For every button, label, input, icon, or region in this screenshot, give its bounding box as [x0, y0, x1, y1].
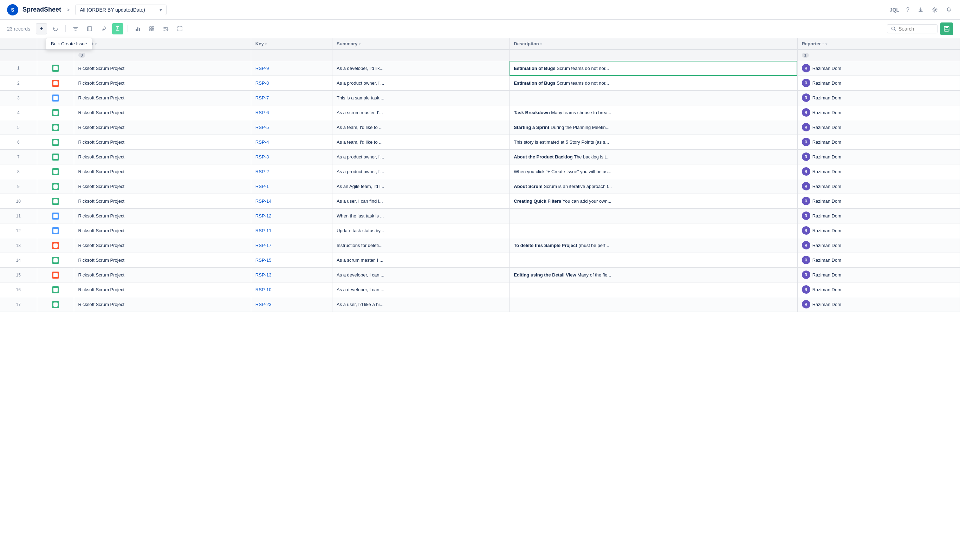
bar-chart-button[interactable] [132, 23, 143, 34]
filter-button[interactable] [70, 23, 81, 34]
row-reporter: RRaziman Dom [798, 209, 960, 224]
row-number: 1 [0, 61, 37, 76]
avatar: R [802, 79, 810, 87]
search-input[interactable] [899, 26, 934, 32]
row-reporter: RRaziman Dom [798, 106, 960, 120]
row-key[interactable]: RSP-7 [251, 91, 332, 106]
row-description[interactable]: When you click "+ Create Issue" you will… [509, 165, 797, 179]
jql-button[interactable]: JQL [890, 7, 899, 13]
row-number: 17 [0, 297, 37, 312]
row-key[interactable]: RSP-2 [251, 165, 332, 179]
hide-columns-button[interactable] [84, 23, 95, 34]
row-key[interactable]: RSP-10 [251, 282, 332, 297]
avatar: R [802, 256, 810, 264]
row-key[interactable]: RSP-4 [251, 135, 332, 150]
row-description[interactable] [509, 253, 797, 268]
table-row[interactable]: 17Ricksoft Scrum ProjectRSP-23As a user,… [0, 297, 960, 312]
row-summary: As a user, I'd like a hi... [332, 297, 509, 312]
table-row[interactable]: 3Ricksoft Scrum ProjectRSP-7This is a sa… [0, 91, 960, 106]
download-icon[interactable] [917, 6, 925, 14]
row-type [37, 135, 74, 150]
col-header-summary[interactable]: Summary ▾ [332, 38, 509, 50]
col-header-description[interactable]: Description ▾ [509, 38, 797, 50]
avatar: R [802, 123, 810, 131]
row-key[interactable]: RSP-8 [251, 76, 332, 91]
row-key[interactable]: RSP-11 [251, 224, 332, 238]
add-issue-button[interactable]: + [36, 23, 47, 34]
row-key[interactable]: RSP-23 [251, 297, 332, 312]
row-description[interactable]: Editing using the Detail View Many of th… [509, 268, 797, 282]
help-icon[interactable]: ? [905, 5, 911, 14]
row-key[interactable]: RSP-14 [251, 194, 332, 209]
row-description[interactable]: About Scrum Scrum is an iterative approa… [509, 179, 797, 194]
table-row[interactable]: 2Ricksoft Scrum ProjectRSP-8As a product… [0, 76, 960, 91]
table-wrapper[interactable]: T ▾ Project ▾ Key ▾ Summary ▾ Descriptio… [0, 38, 960, 558]
table-row[interactable]: 11Ricksoft Scrum ProjectRSP-12When the l… [0, 209, 960, 224]
row-key[interactable]: RSP-12 [251, 209, 332, 224]
refresh-button[interactable] [50, 23, 61, 34]
row-description[interactable]: Estimation of Bugs Scrum teams do not no… [509, 76, 797, 91]
row-description[interactable] [509, 224, 797, 238]
table-row[interactable]: 15Ricksoft Scrum ProjectRSP-13As a devel… [0, 268, 960, 282]
filter-dropdown[interactable]: All (ORDER BY updatedDate) ▾ [75, 5, 166, 15]
header-right: JQL ? [890, 5, 953, 14]
row-project: Ricksoft Scrum Project [74, 224, 251, 238]
avatar: R [802, 241, 810, 250]
sigma-button[interactable]: Σ [112, 23, 123, 34]
row-project: Ricksoft Scrum Project [74, 179, 251, 194]
settings-icon[interactable] [931, 6, 939, 14]
table-row[interactable]: 13Ricksoft Scrum ProjectRSP-17Instructio… [0, 238, 960, 253]
avatar: R [802, 226, 810, 235]
col-header-project[interactable]: Project ▾ [74, 38, 251, 50]
row-type [37, 179, 74, 194]
col-header-reporter[interactable]: Reporter ↑ ▾ [797, 38, 960, 50]
row-description[interactable]: To delete this Sample Project (must be p… [509, 238, 797, 253]
row-description[interactable]: Starting a Sprint During the Planning Me… [509, 120, 797, 135]
row-reporter: RRaziman Dom [798, 253, 960, 268]
row-project: Ricksoft Scrum Project [74, 76, 251, 91]
row-project: Ricksoft Scrum Project [74, 209, 251, 224]
row-description[interactable] [509, 91, 797, 106]
row-key[interactable]: RSP-1 [251, 179, 332, 194]
grid-button[interactable] [146, 23, 157, 34]
save-button[interactable] [940, 22, 953, 35]
row-key[interactable]: RSP-15 [251, 253, 332, 268]
story-icon [52, 65, 59, 72]
row-description[interactable] [509, 209, 797, 224]
table-row[interactable]: 7Ricksoft Scrum ProjectRSP-3As a product… [0, 150, 960, 165]
table-row[interactable]: 1Ricksoft Scrum ProjectRSP-9As a develop… [0, 61, 960, 76]
app-header: S SpreadSheet > All (ORDER BY updatedDat… [0, 0, 960, 20]
row-description[interactable]: About the Product Backlog The backlog is… [509, 150, 797, 165]
row-key[interactable]: RSP-5 [251, 120, 332, 135]
table-row[interactable]: 5Ricksoft Scrum ProjectRSP-5As a team, I… [0, 120, 960, 135]
story-icon [52, 183, 59, 190]
table-row[interactable]: 10Ricksoft Scrum ProjectRSP-14As a user,… [0, 194, 960, 209]
table-row[interactable]: 8Ricksoft Scrum ProjectRSP-2As a product… [0, 165, 960, 179]
table-row[interactable]: 4Ricksoft Scrum ProjectRSP-6As a scrum m… [0, 106, 960, 120]
search-box[interactable] [887, 24, 938, 34]
col-header-key[interactable]: Key ▾ [251, 38, 332, 50]
row-key[interactable]: RSP-13 [251, 268, 332, 282]
table-row[interactable]: 6Ricksoft Scrum ProjectRSP-4As a team, I… [0, 135, 960, 150]
table-row[interactable]: 16Ricksoft Scrum ProjectRSP-10As a devel… [0, 282, 960, 297]
row-reporter: RRaziman Dom [798, 61, 960, 76]
row-description[interactable]: Estimation of Bugs Scrum teams do not no… [509, 61, 797, 76]
sort-button[interactable] [160, 23, 171, 34]
row-key[interactable]: RSP-6 [251, 106, 332, 120]
table-row[interactable]: 9Ricksoft Scrum ProjectRSP-1As an Agile … [0, 179, 960, 194]
row-description[interactable]: Task Breakdown Many teams choose to brea… [509, 106, 797, 120]
row-reporter: RRaziman Dom [798, 224, 960, 238]
row-description[interactable] [509, 282, 797, 297]
row-description[interactable]: Creating Quick Filters You can add your … [509, 194, 797, 209]
table-row[interactable]: 14Ricksoft Scrum ProjectRSP-15As a scrum… [0, 253, 960, 268]
row-key[interactable]: RSP-17 [251, 238, 332, 253]
row-key[interactable]: RSP-9 [251, 61, 332, 76]
row-description[interactable]: This story is estimated at 5 Story Point… [509, 135, 797, 150]
expand-button[interactable] [174, 23, 186, 34]
svg-rect-30 [54, 274, 57, 276]
row-description[interactable] [509, 297, 797, 312]
row-key[interactable]: RSP-3 [251, 150, 332, 165]
bell-icon[interactable] [944, 6, 953, 14]
pin-button[interactable] [98, 23, 109, 34]
table-row[interactable]: 12Ricksoft Scrum ProjectRSP-11Update tas… [0, 224, 960, 238]
